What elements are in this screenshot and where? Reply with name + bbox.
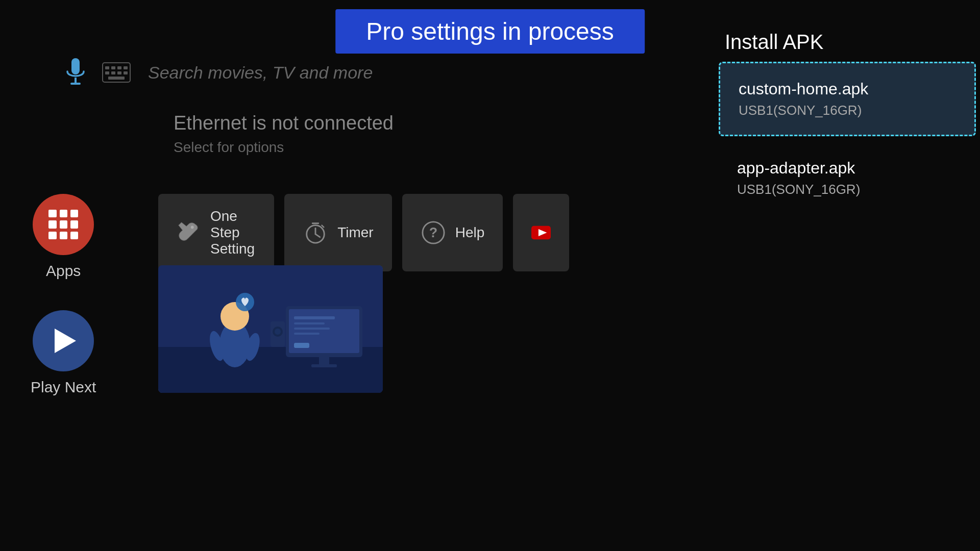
one-step-setting-button[interactable]: One StepSetting <box>158 194 274 271</box>
svg-rect-28 <box>311 364 337 367</box>
grid-icon <box>48 210 78 239</box>
svg-rect-6 <box>117 66 121 69</box>
svg-rect-11 <box>124 71 128 74</box>
ethernet-status[interactable]: Ethernet is not connected Select for opt… <box>174 112 500 156</box>
grid-dot <box>70 210 78 217</box>
svg-rect-9 <box>111 71 115 74</box>
apps-icon-circle <box>33 194 94 255</box>
pro-banner-text: Pro settings in process <box>366 18 614 45</box>
grid-dot <box>60 210 67 217</box>
sidebar-item-playnext[interactable]: Play Next <box>31 310 96 396</box>
grid-dot <box>48 232 56 239</box>
svg-rect-12 <box>108 77 125 80</box>
search-placeholder[interactable]: Search movies, TV and more <box>148 63 373 83</box>
svg-line-18 <box>322 226 324 228</box>
svg-rect-1 <box>75 78 77 83</box>
search-area: Search movies, TV and more <box>61 46 500 99</box>
grid-dot <box>60 220 67 228</box>
grid-dot <box>70 220 78 228</box>
apk-name-0: custom-home.apk <box>739 80 956 98</box>
svg-point-13 <box>191 226 194 229</box>
apk-list: custom-home.apk USB1(SONY_16GR) app-adap… <box>715 62 980 214</box>
grid-dot <box>48 210 56 217</box>
grid-dot <box>60 232 67 239</box>
svg-point-31 <box>275 329 281 335</box>
grid-dot <box>48 220 56 228</box>
install-apk-title: Install APK <box>725 31 980 54</box>
svg-rect-37 <box>294 316 335 319</box>
help-button[interactable]: ? Help <box>402 194 503 271</box>
svg-line-16 <box>315 234 320 237</box>
quick-buttons-row: One StepSetting Timer ? Help <box>158 194 495 271</box>
svg-rect-4 <box>105 66 109 69</box>
svg-rect-41 <box>294 343 309 348</box>
svg-rect-0 <box>71 58 80 74</box>
keyboard-icon[interactable] <box>102 58 131 87</box>
help-label: Help <box>455 224 485 241</box>
svg-rect-38 <box>294 322 325 324</box>
wrench-icon <box>177 220 201 245</box>
sidebar: Apps Play Next <box>31 194 96 396</box>
svg-rect-7 <box>124 66 128 69</box>
timer-button[interactable]: Timer <box>284 194 392 271</box>
timer-label: Timer <box>337 224 374 241</box>
thumbnail-image <box>158 265 383 393</box>
microphone-icon[interactable] <box>61 58 90 87</box>
svg-rect-10 <box>117 71 121 74</box>
play-icon <box>55 329 76 353</box>
apk-source-0: USB1(SONY_16GR) <box>739 103 956 118</box>
svg-rect-5 <box>111 66 115 69</box>
help-icon: ? <box>421 220 446 245</box>
grid-dot <box>70 232 78 239</box>
ethernet-title: Ethernet is not connected <box>174 112 500 134</box>
clock-icon <box>303 220 328 245</box>
svg-rect-2 <box>70 83 81 85</box>
one-step-setting-label: One StepSetting <box>210 208 256 257</box>
playnext-label: Play Next <box>31 379 96 396</box>
apk-item-1[interactable]: app-adapter.apk USB1(SONY_16GR) <box>719 142 976 214</box>
install-apk-panel: Install APK custom-home.apk USB1(SONY_16… <box>715 31 980 551</box>
svg-text:?: ? <box>429 225 437 240</box>
apk-source-1: USB1(SONY_16GR) <box>737 182 958 197</box>
youtube-button[interactable] <box>513 194 569 271</box>
content-thumbnail[interactable] <box>158 265 383 393</box>
svg-rect-27 <box>319 357 329 365</box>
svg-rect-8 <box>105 71 109 74</box>
apk-item-0[interactable]: custom-home.apk USB1(SONY_16GR) <box>719 62 976 136</box>
pro-banner: Pro settings in process <box>335 9 645 54</box>
apps-label: Apps <box>46 262 81 280</box>
ethernet-subtitle: Select for options <box>174 139 500 156</box>
sidebar-item-apps[interactable]: Apps <box>33 194 94 280</box>
playnext-icon-circle <box>33 310 94 371</box>
svg-rect-39 <box>294 328 330 330</box>
svg-rect-40 <box>294 333 320 335</box>
apk-name-1: app-adapter.apk <box>737 159 958 178</box>
